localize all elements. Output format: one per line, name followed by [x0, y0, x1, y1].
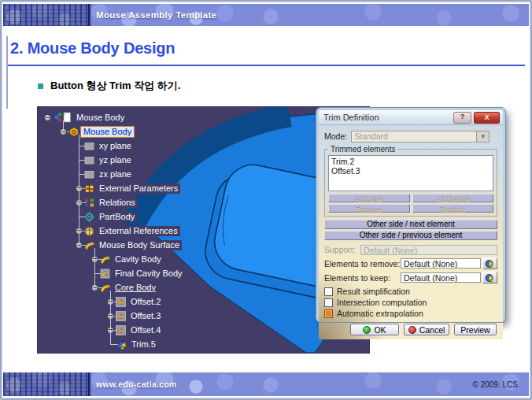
tree-item-label[interactable]: Mouse Body: [81, 127, 134, 137]
elements-to-keep-row: Elements to keep: Default (None): [324, 272, 497, 283]
tree-item-cavity-body[interactable]: +Cavity Body: [91, 252, 164, 266]
plane-icon: [84, 141, 94, 151]
tree-item-mouse-body-surface[interactable]: −Mouse Body Surface: [76, 238, 182, 252]
other-side-previous-button[interactable]: Other side / previous element: [324, 231, 497, 240]
chevron-down-icon[interactable]: ▼: [476, 131, 489, 142]
trimmed-element-item[interactable]: Trim.2: [331, 157, 490, 166]
tree-item-label[interactable]: Trim.5: [129, 339, 158, 350]
offset-feature-icon: [116, 325, 126, 335]
tree-item-offset-2[interactable]: +Offset.2: [107, 294, 163, 309]
partbody-gear-icon: [84, 212, 94, 222]
checkbox-intersection-computation[interactable]: Intersection computation: [324, 298, 497, 307]
offset-feature-icon: [116, 297, 126, 307]
tree-item-final-cavity-body[interactable]: Final Cavity Body: [91, 266, 185, 280]
assembly-product-icon: [53, 112, 72, 123]
tree-item-label[interactable]: Mouse Body Surface: [97, 240, 182, 250]
masked-surface-icon: [100, 269, 110, 279]
left-accent-line: [6, 36, 8, 109]
other-side-next-button[interactable]: Other side / next element: [324, 220, 497, 229]
remove-button[interactable]: Remove: [328, 204, 410, 213]
footer-divider: [88, 372, 90, 396]
tree-item-label[interactable]: Cavity Body: [113, 254, 164, 265]
support-label: Support:: [324, 245, 360, 254]
elements-to-remove-label: Elements to remove:: [324, 259, 401, 269]
checkbox-label: Intersection computation: [337, 298, 427, 307]
ok-button[interactable]: OK: [350, 324, 399, 335]
tree-item-mouse-body[interactable]: −Mouse Body: [44, 110, 127, 124]
tree-item-label[interactable]: zx plane: [97, 169, 134, 180]
tree-item-xy-plane[interactable]: xy plane: [76, 139, 134, 153]
tree-item-label[interactable]: Offset.2: [128, 297, 163, 307]
plane-icon: [84, 155, 94, 165]
checkbox-result-simplification[interactable]: Result simplification: [324, 287, 497, 296]
tree-item-label[interactable]: Core Body: [113, 283, 158, 293]
preview-button[interactable]: Preview: [454, 324, 497, 335]
elements-to-keep-label: Elements to keep:: [324, 273, 401, 283]
checkbox-unchecked-icon[interactable]: [324, 298, 333, 307]
collapse-icon[interactable]: −: [44, 114, 51, 121]
support-field: Default (None): [360, 245, 497, 255]
help-icon[interactable]: ?: [453, 112, 471, 124]
bullet-text: Button 형상 Trim 작업 하기.: [50, 79, 180, 93]
footer-decoration-grid: [3, 372, 91, 396]
part-icon: [68, 127, 79, 137]
mode-row: Mode: Standard ▼: [324, 130, 497, 143]
tree-item-core-body[interactable]: −Core Body: [91, 280, 158, 294]
bullet-item: Button 형상 Trim 작업 하기.: [38, 79, 180, 93]
pointer-picker-icon[interactable]: [482, 257, 497, 269]
tree-item-label[interactable]: Mouse Body: [74, 113, 127, 123]
tree-item-label[interactable]: Offset.3: [128, 311, 163, 321]
checkbox-automatic-extrapolation[interactable]: Automatic extrapolation: [324, 309, 497, 318]
trimmed-elements-group: Trimmed elements Trim.2Offset.3 Add afte…: [324, 145, 497, 217]
tree-item-zx-plane[interactable]: zx plane: [76, 167, 134, 181]
tree-item-offset-4[interactable]: +Offset.4: [107, 323, 163, 337]
elements-to-keep-field[interactable]: Default (None): [401, 272, 481, 283]
tree-item-label[interactable]: xy plane: [97, 141, 134, 151]
elements-to-remove-row: Elements to remove: Default (None): [324, 257, 497, 269]
tree-item-external-parameters[interactable]: +External Parameters: [76, 181, 180, 195]
close-icon[interactable]: X: [474, 112, 500, 124]
tree-item-label[interactable]: External Parameters: [97, 183, 180, 194]
footer-url: www.edu-catia.com: [96, 372, 177, 396]
add-before-button[interactable]: Add before: [412, 194, 494, 202]
header-decoration-grid: [3, 4, 91, 26]
tree-item-label[interactable]: yz plane: [97, 155, 134, 165]
tree-item-relations[interactable]: +Relations: [76, 195, 138, 209]
surface-body-icon: [100, 254, 110, 265]
cancel-button-label: Cancel: [419, 325, 445, 335]
trimmed-element-item[interactable]: Offset.3: [331, 166, 490, 176]
checkbox-label: Result simplification: [337, 287, 410, 296]
slide: Mouse Assembly Template 2. Mouse Body De…: [0, 0, 532, 400]
pointer-picker-icon[interactable]: [482, 272, 497, 283]
dialog-title: Trim Definition: [323, 113, 453, 122]
tree-item-label[interactable]: Relations: [97, 198, 138, 208]
parameters-icon: [84, 183, 94, 194]
tree-item-offset-3[interactable]: +Offset.3: [107, 309, 163, 323]
cancel-button[interactable]: Cancel: [404, 324, 449, 335]
dialog-title-bar[interactable]: Trim Definition ? X: [319, 110, 503, 125]
support-row: Support: Default (None): [324, 244, 497, 255]
replace-button[interactable]: Replace: [412, 204, 494, 213]
tree-item-label[interactable]: External References: [97, 226, 180, 236]
tree-item-label[interactable]: Final Cavity Body: [113, 269, 185, 279]
mode-select[interactable]: Standard ▼: [351, 131, 490, 143]
tree-item-yz-plane[interactable]: yz plane: [76, 153, 134, 167]
mode-value: Standard: [352, 131, 476, 141]
tree-item-external-references[interactable]: +External References: [76, 224, 180, 238]
elements-to-remove-field[interactable]: Default (None): [401, 258, 481, 269]
tree-item-mouse-body[interactable]: −Mouse Body: [60, 124, 134, 139]
dialog-body: Mode: Standard ▼ Trimmed elements Trim.2…: [319, 125, 503, 339]
tree-item-label[interactable]: PartBody: [97, 212, 137, 222]
preview-button-label: Preview: [460, 325, 490, 335]
tree-item-trim-5[interactable]: Trim.5: [107, 337, 158, 351]
bullet-square-icon: [38, 83, 43, 89]
tree-item-label[interactable]: Offset.4: [128, 325, 163, 335]
plane-icon: [84, 169, 94, 180]
offset-feature-icon: [116, 311, 126, 321]
mode-label: Mode:: [324, 131, 347, 141]
add-after-button[interactable]: Add after: [328, 194, 410, 202]
checkbox-checked-icon[interactable]: [324, 309, 333, 318]
tree-item-partbody[interactable]: PartBody: [76, 209, 137, 224]
trimmed-elements-list[interactable]: Trim.2Offset.3: [328, 155, 493, 191]
checkbox-unchecked-icon[interactable]: [324, 287, 333, 296]
